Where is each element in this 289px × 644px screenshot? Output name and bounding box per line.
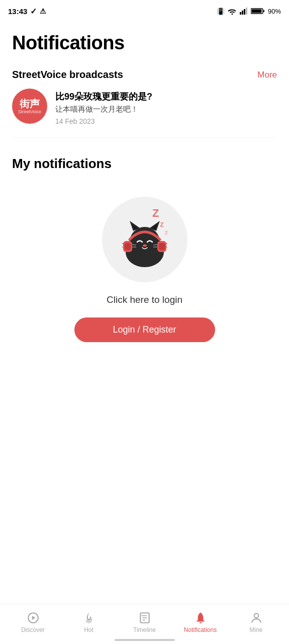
svg-rect-1 xyxy=(242,11,243,15)
discover-icon xyxy=(27,611,40,624)
battery-percent: 90% xyxy=(268,8,281,15)
avatar-text-streetvoice: StreetVoice xyxy=(18,109,41,114)
svg-rect-24 xyxy=(159,243,165,250)
bottom-nav: Discover Hot Timeline Notifications xyxy=(0,604,289,644)
broadcasts-section-header: StreetVoice broadcasts More xyxy=(0,69,289,89)
svg-text:Z: Z xyxy=(152,207,159,219)
nav-item-discover[interactable]: Discover xyxy=(5,611,61,633)
svg-point-31 xyxy=(141,615,142,616)
more-link[interactable]: More xyxy=(257,70,277,80)
notifications-icon xyxy=(194,611,207,624)
cat-svg: Z z z xyxy=(107,202,182,277)
check-icon: ✓ xyxy=(30,7,37,16)
hot-icon xyxy=(82,611,95,624)
login-area: Z z z xyxy=(0,187,289,362)
wifi-icon xyxy=(228,8,237,15)
nav-label-notifications: Notifications xyxy=(184,626,217,633)
svg-marker-26 xyxy=(32,615,35,620)
click-to-login-text: Click here to login xyxy=(107,294,182,305)
svg-rect-0 xyxy=(240,12,241,15)
status-right: 📳 90% xyxy=(217,8,281,15)
status-time: 13:43 xyxy=(8,7,27,16)
battery-icon xyxy=(251,8,265,15)
warning-icon: ⚠ xyxy=(40,7,46,15)
home-indicator xyxy=(115,639,175,641)
login-register-button[interactable]: Login / Register xyxy=(74,317,215,342)
nav-item-notifications[interactable]: Notifications xyxy=(172,611,228,633)
broadcasts-section-title: StreetVoice broadcasts xyxy=(12,69,123,80)
status-left: 13:43 ✓ ⚠ xyxy=(8,7,46,16)
vibrate-icon: 📳 xyxy=(217,8,225,15)
nav-label-mine: Mine xyxy=(249,626,262,633)
main-content: Notifications StreetVoice broadcasts Mor… xyxy=(0,22,289,644)
svg-rect-5 xyxy=(263,10,264,12)
signal-icon xyxy=(240,8,248,15)
nav-item-timeline[interactable]: Timeline xyxy=(117,611,172,633)
broadcast-info: 比99朵玫瑰更重要的是? 让本喵再做一次月老吧！ 14 Feb 2023 xyxy=(55,89,277,125)
svg-point-20 xyxy=(143,245,147,247)
svg-text:z: z xyxy=(165,229,168,236)
mine-icon xyxy=(250,611,263,624)
nav-item-hot[interactable]: Hot xyxy=(61,611,117,633)
svg-text:z: z xyxy=(160,220,164,228)
svg-rect-6 xyxy=(251,10,261,13)
svg-rect-2 xyxy=(244,9,245,15)
svg-rect-22 xyxy=(125,243,131,250)
avatar-text-jie: 街声 xyxy=(20,99,40,109)
cat-illustration: Z z z xyxy=(102,197,187,282)
my-notifications-section: My notifications xyxy=(0,148,289,172)
nav-label-timeline: Timeline xyxy=(133,626,156,633)
nav-label-hot: Hot xyxy=(84,626,93,633)
divider xyxy=(12,137,277,138)
svg-rect-32 xyxy=(199,622,201,623)
nav-label-discover: Discover xyxy=(21,626,45,633)
timeline-icon xyxy=(138,611,151,624)
broadcast-date: 14 Feb 2023 xyxy=(55,117,277,125)
status-bar: 13:43 ✓ ⚠ 📳 90% xyxy=(0,0,289,22)
page-title: Notifications xyxy=(0,22,289,69)
broadcast-avatar: 街声 StreetVoice xyxy=(12,89,47,124)
broadcast-title: 比99朵玫瑰更重要的是? xyxy=(55,91,277,103)
broadcast-item[interactable]: 街声 StreetVoice 比99朵玫瑰更重要的是? 让本喵再做一次月老吧！ … xyxy=(0,89,289,137)
my-notifications-title: My notifications xyxy=(12,156,277,172)
svg-rect-3 xyxy=(246,8,247,15)
broadcast-subtitle: 让本喵再做一次月老吧！ xyxy=(55,105,277,114)
nav-item-mine[interactable]: Mine xyxy=(228,611,284,633)
svg-point-33 xyxy=(254,613,258,618)
